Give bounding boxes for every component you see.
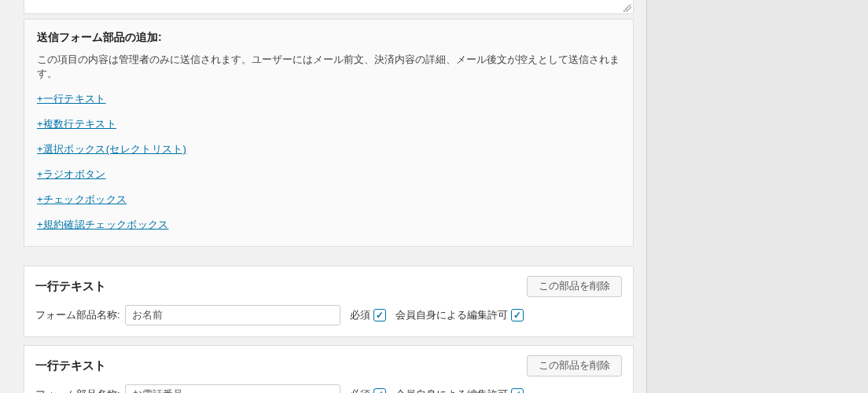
part-name-label: フォーム部品名称: (35, 387, 120, 393)
required-checkbox[interactable] (373, 309, 386, 321)
part-config-row: フォーム部品名称: 必須 会員自身による編集許可 (35, 384, 622, 393)
part-config-row: フォーム部品名称: 必須 会員自身による編集許可 (35, 305, 622, 325)
part-name-input[interactable] (125, 384, 340, 393)
delete-part-button[interactable]: この部品を削除 (527, 355, 622, 376)
add-form-parts-panel: 送信フォーム部品の追加: この項目の内容は管理者のみに送信されます。ユーザーには… (24, 19, 634, 247)
editable-checkbox-wrap: 会員自身による編集許可 (395, 308, 524, 322)
required-checkbox-wrap: 必須 (350, 308, 386, 322)
part-name-label: フォーム部品名称: (35, 308, 120, 322)
form-part-block: 一行テキスト この部品を削除 フォーム部品名称: 必須 会員自身による編集許可 (24, 266, 634, 337)
part-type-label: 一行テキスト (35, 279, 106, 294)
add-radio-button-link[interactable]: +ラジオボタン (37, 167, 106, 182)
add-checkbox-link[interactable]: +チェックボックス (37, 193, 127, 207)
delete-part-button[interactable]: この部品を削除 (527, 276, 622, 297)
main-column: 送信フォーム部品の追加: この項目の内容は管理者のみに送信されます。ユーザーには… (0, 0, 646, 393)
form-part-block: 一行テキスト この部品を削除 フォーム部品名称: 必須 会員自身による編集許可 (24, 345, 634, 393)
required-label: 必須 (350, 308, 370, 322)
add-terms-checkbox-link[interactable]: +規約確認チェックボックス (37, 218, 169, 232)
part-header: 一行テキスト この部品を削除 (35, 276, 622, 297)
part-name-input[interactable] (125, 305, 340, 325)
add-parts-title: 送信フォーム部品の追加: (37, 31, 620, 45)
editable-checkbox[interactable] (511, 388, 524, 393)
add-multi-line-text-link[interactable]: +複数行テキスト (37, 117, 116, 131)
add-single-line-text-link[interactable]: +一行テキスト (37, 92, 106, 106)
resize-grip-icon[interactable] (623, 4, 631, 12)
required-checkbox-wrap: 必須 (350, 387, 386, 393)
editable-label: 会員自身による編集許可 (395, 308, 508, 322)
sidebar-column (646, 0, 868, 393)
editable-checkbox[interactable] (511, 309, 524, 321)
add-parts-note: この項目の内容は管理者のみに送信されます。ユーザーにはメール前文、決済内容の詳細… (37, 53, 620, 81)
required-checkbox[interactable] (373, 388, 386, 393)
editable-checkbox-wrap: 会員自身による編集許可 (395, 387, 524, 393)
part-type-label: 一行テキスト (35, 358, 106, 373)
textarea-top-fragment[interactable] (24, 0, 634, 14)
required-label: 必須 (350, 387, 370, 393)
part-header: 一行テキスト この部品を削除 (35, 355, 622, 376)
add-select-box-link[interactable]: +選択ボックス(セレクトリスト) (37, 142, 186, 156)
editable-label: 会員自身による編集許可 (395, 387, 508, 393)
